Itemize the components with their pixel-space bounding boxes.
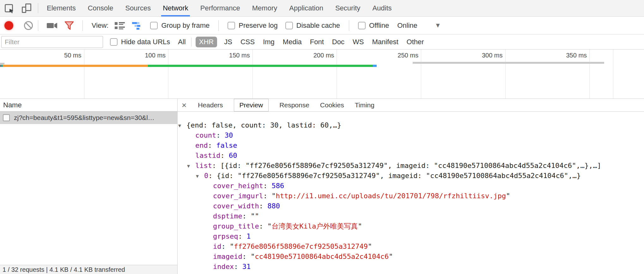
timeline-gridline: [252, 50, 253, 98]
detail-tab-preview[interactable]: Preview: [234, 99, 269, 111]
request-checkbox[interactable]: [3, 114, 10, 121]
timeline-tick-label: 200 ms: [290, 52, 334, 59]
detail-tabbar: × Headers Preview Response Cookies Timin…: [178, 99, 644, 112]
filter-type-doc[interactable]: Doc: [332, 38, 344, 46]
checkbox-box[interactable]: [150, 22, 158, 29]
json-segment-plain: :: [238, 232, 246, 240]
json-tree-line[interactable]: index: 31: [178, 262, 644, 272]
json-segment-plain: :: [263, 182, 272, 190]
filter-type-media[interactable]: Media: [283, 38, 302, 46]
filter-type-img[interactable]: Img: [263, 38, 275, 46]
json-tree-line[interactable]: ▼{end: false, count: 30, lastid: 60,…}: [178, 120, 644, 130]
offline-checkbox[interactable]: Offline: [358, 21, 389, 30]
name-column-header[interactable]: Name: [0, 99, 177, 111]
json-segment-num: 1: [246, 232, 251, 240]
tab-sources[interactable]: Sources: [124, 0, 152, 16]
json-tree-line[interactable]: grpseq: 1: [178, 231, 644, 241]
expand-triangle-icon[interactable]: ▼: [187, 161, 195, 171]
json-segment-num: 31: [242, 263, 251, 271]
filter-type-xhr[interactable]: XHR: [196, 37, 217, 47]
timeline-gridline: [84, 50, 84, 98]
detail-tab-cookies[interactable]: Cookies: [320, 101, 344, 109]
timeline-gridline: [168, 50, 168, 98]
network-overview-timeline[interactable]: 50 ms100 ms150 ms200 ms250 ms300 ms350 m…: [0, 50, 644, 99]
json-tree-line[interactable]: dsptime: "": [178, 211, 644, 221]
filter-type-all[interactable]: All: [178, 38, 185, 46]
record-button[interactable]: [4, 21, 13, 30]
tab-security[interactable]: Security: [334, 0, 362, 16]
json-tree-line[interactable]: imageid: "cc48190e57100864abc4d55a2c4104…: [178, 252, 644, 262]
network-toolbar: View: Group by frame: [0, 17, 644, 34]
waterfall-toggle-button[interactable]: [132, 21, 143, 30]
json-tree-line[interactable]: id: "ff276e8056f58896e7cf92505a312749": [178, 241, 644, 252]
json-segment-plain: :: [259, 202, 268, 210]
tab-performance[interactable]: Performance: [199, 0, 242, 16]
offline-label: Offline: [369, 21, 389, 30]
json-tree-line[interactable]: ▼0: {id: "ff276e8056f58896e7cf92505a3127…: [178, 171, 644, 181]
json-segment-num: false: [216, 141, 237, 149]
throttling-dropdown[interactable]: Online ▼: [397, 21, 441, 30]
json-segment-key: small_height: [213, 273, 263, 274]
expand-triangle-icon[interactable]: ▼: [178, 121, 186, 131]
device-toolbar-icon: [22, 3, 31, 13]
filter-input[interactable]: [1, 36, 103, 48]
request-segment-tip: [373, 65, 377, 67]
request-segment-content: [148, 65, 373, 67]
detail-tab-headers[interactable]: Headers: [198, 101, 223, 109]
clear-button[interactable]: [24, 21, 33, 30]
inspect-element-button[interactable]: [0, 0, 18, 16]
large-rows-toggle-button[interactable]: [114, 21, 125, 30]
filter-toggle-button[interactable]: [64, 21, 74, 30]
checkbox-box[interactable]: [285, 22, 293, 29]
close-icon[interactable]: ×: [182, 101, 186, 109]
json-segment-key: list: [195, 162, 212, 170]
tab-audits[interactable]: Audits: [371, 0, 393, 16]
json-tree-line[interactable]: cover_height: 586: [178, 181, 644, 191]
request-detail-panel: × Headers Preview Response Cookies Timin…: [177, 99, 644, 274]
json-segment-plain: : ": [222, 242, 234, 250]
json-tree-line[interactable]: cover_imgurl: "http://i1.umei.cc/uploads…: [178, 191, 644, 201]
json-segment-key: cover_height: [213, 182, 263, 190]
json-tree-line[interactable]: lastid: 60: [178, 151, 644, 161]
json-segment-plain: : {id: "ff276e8056f58896e7cf92505a312749…: [208, 172, 581, 180]
filter-type-css[interactable]: CSS: [240, 38, 255, 46]
filter-type-other[interactable]: Other: [407, 38, 424, 46]
json-segment-key: cover_width: [213, 202, 259, 210]
tab-memory[interactable]: Memory: [251, 0, 279, 16]
screenshot-capture-button[interactable]: [46, 22, 58, 29]
filter-type-ws[interactable]: WS: [353, 38, 364, 46]
json-tree-line[interactable]: group_title: "台湾美女Kila户外唯美写真": [178, 221, 644, 231]
group-by-frame-checkbox[interactable]: Group by frame: [150, 21, 210, 30]
expand-triangle-icon[interactable]: ▼: [196, 171, 204, 181]
filter-type-js[interactable]: JS: [224, 38, 232, 46]
timeline-tick-label: 50 ms: [37, 52, 82, 59]
json-tree-line[interactable]: small_height: 586: [178, 272, 644, 274]
filter-type-manifest[interactable]: Manifest: [372, 38, 398, 46]
checkbox-box[interactable]: [110, 38, 118, 46]
tab-network[interactable]: Network: [161, 0, 190, 16]
timeline-gridline: [337, 50, 337, 98]
json-segment-key: 0: [204, 172, 208, 180]
disable-cache-checkbox[interactable]: Disable cache: [285, 21, 340, 30]
detail-tab-response[interactable]: Response: [279, 101, 309, 109]
request-row-selected[interactable]: zj?ch=beauty&t1=595&listtype=new&sn=30&l…: [0, 111, 177, 124]
toolbar-divider: [82, 20, 83, 31]
json-tree-line[interactable]: cover_width: 880: [178, 201, 644, 211]
detail-tab-timing[interactable]: Timing: [355, 101, 374, 109]
json-tree-line[interactable]: count: 30: [178, 130, 644, 140]
toggle-device-toolbar-button[interactable]: [18, 0, 35, 16]
preserve-log-checkbox[interactable]: Preserve log: [228, 21, 278, 30]
json-segment-plain: ": [358, 222, 362, 230]
checkbox-box[interactable]: [358, 22, 366, 29]
json-tree-line[interactable]: ▼list: [{id: "ff276e8056f58896e7cf92505a…: [178, 161, 644, 171]
tab-console[interactable]: Console: [86, 0, 115, 16]
request-segment-waiting: [3, 65, 148, 67]
json-segment-plain: : [{id: "ff276e8056f58896e7cf92505a31274…: [212, 162, 601, 170]
json-tree-line[interactable]: end: false: [178, 140, 644, 151]
checkbox-box[interactable]: [228, 22, 235, 29]
hide-data-urls-checkbox[interactable]: Hide data URLs: [110, 38, 170, 46]
filter-type-font[interactable]: Font: [310, 38, 324, 46]
tab-application[interactable]: Application: [288, 0, 325, 16]
tab-elements[interactable]: Elements: [45, 0, 77, 16]
timeline-tick-label: 100 ms: [121, 52, 166, 59]
